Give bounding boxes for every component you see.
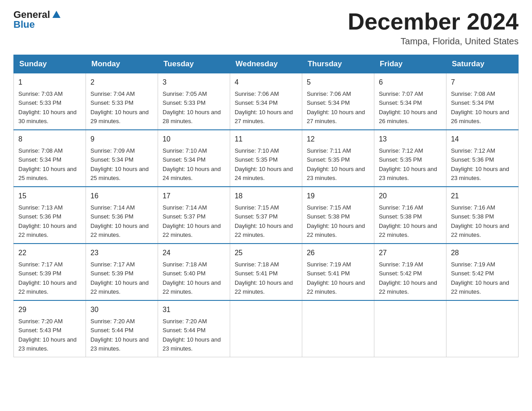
day-of-week-header: Friday: [374, 55, 446, 73]
day-info: Sunrise: 7:14 AMSunset: 5:37 PMDaylight:…: [163, 204, 221, 238]
day-info: Sunrise: 7:20 AMSunset: 5:43 PMDaylight:…: [18, 318, 77, 352]
day-info: Sunrise: 7:07 AMSunset: 5:34 PMDaylight:…: [379, 90, 437, 124]
day-number: 8: [18, 134, 81, 145]
day-info: Sunrise: 7:14 AMSunset: 5:36 PMDaylight:…: [90, 204, 149, 238]
calendar-day-cell: 3 Sunrise: 7:05 AMSunset: 5:33 PMDayligh…: [158, 73, 230, 130]
day-number: 22: [18, 248, 81, 258]
calendar-week-row: 1 Sunrise: 7:03 AMSunset: 5:33 PMDayligh…: [14, 73, 519, 130]
day-number: 14: [451, 134, 514, 145]
calendar-day-cell: 9 Sunrise: 7:09 AMSunset: 5:34 PMDayligh…: [86, 130, 158, 187]
day-number: 20: [379, 191, 442, 201]
calendar-day-cell: 17 Sunrise: 7:14 AMSunset: 5:37 PMDaylig…: [158, 187, 230, 244]
day-info: Sunrise: 7:19 AMSunset: 5:41 PMDaylight:…: [307, 261, 365, 295]
month-title: December 2024: [348, 9, 519, 34]
day-of-week-header: Monday: [86, 55, 158, 73]
day-number: 5: [307, 77, 369, 88]
day-number: 10: [163, 134, 225, 145]
calendar-day-cell: 4 Sunrise: 7:06 AMSunset: 5:34 PMDayligh…: [230, 73, 302, 130]
day-of-week-header: Wednesday: [230, 55, 302, 73]
day-number: 2: [90, 77, 153, 88]
day-info: Sunrise: 7:15 AMSunset: 5:37 PMDaylight:…: [235, 204, 293, 238]
day-info: Sunrise: 7:05 AMSunset: 5:33 PMDaylight:…: [163, 90, 221, 124]
day-info: Sunrise: 7:11 AMSunset: 5:35 PMDaylight:…: [307, 147, 365, 181]
day-info: Sunrise: 7:19 AMSunset: 5:42 PMDaylight:…: [451, 261, 509, 295]
calendar-week-row: 8 Sunrise: 7:08 AMSunset: 5:34 PMDayligh…: [14, 130, 519, 187]
day-number: 15: [18, 191, 81, 201]
logo-text-blue: Blue: [13, 19, 35, 30]
calendar-day-cell: 27 Sunrise: 7:19 AMSunset: 5:42 PMDaylig…: [374, 244, 446, 300]
calendar-day-cell: [446, 300, 518, 357]
day-info: Sunrise: 7:09 AMSunset: 5:34 PMDaylight:…: [90, 147, 149, 181]
day-info: Sunrise: 7:06 AMSunset: 5:34 PMDaylight:…: [307, 90, 365, 124]
calendar-day-cell: 24 Sunrise: 7:18 AMSunset: 5:40 PMDaylig…: [158, 244, 230, 300]
day-number: 23: [90, 248, 153, 258]
calendar-week-row: 22 Sunrise: 7:17 AMSunset: 5:39 PMDaylig…: [14, 244, 519, 300]
day-info: Sunrise: 7:12 AMSunset: 5:36 PMDaylight:…: [451, 147, 509, 181]
day-info: Sunrise: 7:20 AMSunset: 5:44 PMDaylight:…: [163, 318, 221, 352]
day-number: 13: [379, 134, 442, 145]
calendar-day-cell: 23 Sunrise: 7:17 AMSunset: 5:39 PMDaylig…: [86, 244, 158, 300]
calendar-table: SundayMondayTuesdayWednesdayThursdayFrid…: [13, 55, 519, 357]
day-info: Sunrise: 7:10 AMSunset: 5:34 PMDaylight:…: [163, 147, 221, 181]
calendar-day-cell: 7 Sunrise: 7:08 AMSunset: 5:34 PMDayligh…: [446, 73, 518, 130]
day-number: 7: [451, 77, 514, 88]
day-info: Sunrise: 7:04 AMSunset: 5:33 PMDaylight:…: [90, 90, 149, 124]
calendar-day-cell: 12 Sunrise: 7:11 AMSunset: 5:35 PMDaylig…: [302, 130, 374, 187]
day-info: Sunrise: 7:15 AMSunset: 5:38 PMDaylight:…: [307, 204, 365, 238]
day-number: 21: [451, 191, 514, 201]
calendar-day-cell: [230, 300, 302, 357]
day-number: 28: [451, 248, 514, 258]
calendar-day-cell: 31 Sunrise: 7:20 AMSunset: 5:44 PMDaylig…: [158, 300, 230, 357]
day-number: 12: [307, 134, 369, 145]
calendar-day-cell: 2 Sunrise: 7:04 AMSunset: 5:33 PMDayligh…: [86, 73, 158, 130]
calendar-day-cell: 14 Sunrise: 7:12 AMSunset: 5:36 PMDaylig…: [446, 130, 518, 187]
day-of-week-header: Sunday: [14, 55, 86, 73]
title-block: December 2024 Tampa, Florida, United Sta…: [348, 9, 519, 47]
calendar-day-cell: 25 Sunrise: 7:18 AMSunset: 5:41 PMDaylig…: [230, 244, 302, 300]
day-info: Sunrise: 7:06 AMSunset: 5:34 PMDaylight:…: [235, 90, 293, 124]
day-number: 18: [235, 191, 297, 201]
day-info: Sunrise: 7:12 AMSunset: 5:35 PMDaylight:…: [379, 147, 437, 181]
day-info: Sunrise: 7:17 AMSunset: 5:39 PMDaylight:…: [90, 261, 149, 295]
day-number: 30: [90, 304, 153, 315]
calendar-day-cell: 28 Sunrise: 7:19 AMSunset: 5:42 PMDaylig…: [446, 244, 518, 300]
calendar-day-cell: 6 Sunrise: 7:07 AMSunset: 5:34 PMDayligh…: [374, 73, 446, 130]
day-number: 24: [163, 248, 225, 258]
calendar-day-cell: 15 Sunrise: 7:13 AMSunset: 5:36 PMDaylig…: [14, 187, 86, 244]
day-info: Sunrise: 7:16 AMSunset: 5:38 PMDaylight:…: [451, 204, 509, 238]
day-number: 9: [90, 134, 153, 145]
day-info: Sunrise: 7:08 AMSunset: 5:34 PMDaylight:…: [451, 90, 509, 124]
day-of-week-header: Saturday: [446, 55, 518, 73]
page-header: General Blue December 2024 Tampa, Florid…: [13, 9, 519, 47]
day-info: Sunrise: 7:08 AMSunset: 5:34 PMDaylight:…: [18, 147, 77, 181]
day-number: 29: [18, 304, 81, 315]
day-info: Sunrise: 7:17 AMSunset: 5:39 PMDaylight:…: [18, 261, 77, 295]
calendar-day-cell: 21 Sunrise: 7:16 AMSunset: 5:38 PMDaylig…: [446, 187, 518, 244]
day-number: 11: [235, 134, 297, 145]
day-number: 1: [18, 77, 81, 88]
calendar-header-row: SundayMondayTuesdayWednesdayThursdayFrid…: [14, 55, 519, 73]
calendar-day-cell: [374, 300, 446, 357]
day-info: Sunrise: 7:18 AMSunset: 5:41 PMDaylight:…: [235, 261, 293, 295]
day-number: 27: [379, 248, 442, 258]
calendar-day-cell: 10 Sunrise: 7:10 AMSunset: 5:34 PMDaylig…: [158, 130, 230, 187]
calendar-day-cell: 16 Sunrise: 7:14 AMSunset: 5:36 PMDaylig…: [86, 187, 158, 244]
calendar-day-cell: 20 Sunrise: 7:16 AMSunset: 5:38 PMDaylig…: [374, 187, 446, 244]
calendar-day-cell: 1 Sunrise: 7:03 AMSunset: 5:33 PMDayligh…: [14, 73, 86, 130]
logo: General Blue: [13, 9, 61, 30]
calendar-day-cell: [302, 300, 374, 357]
day-number: 6: [379, 77, 442, 88]
day-of-week-header: Tuesday: [158, 55, 230, 73]
calendar-day-cell: 22 Sunrise: 7:17 AMSunset: 5:39 PMDaylig…: [14, 244, 86, 300]
day-number: 3: [163, 77, 225, 88]
day-number: 26: [307, 248, 369, 258]
day-number: 25: [235, 248, 297, 258]
calendar-week-row: 15 Sunrise: 7:13 AMSunset: 5:36 PMDaylig…: [14, 187, 519, 244]
calendar-day-cell: 26 Sunrise: 7:19 AMSunset: 5:41 PMDaylig…: [302, 244, 374, 300]
day-number: 19: [307, 191, 369, 201]
day-number: 16: [90, 191, 153, 201]
day-info: Sunrise: 7:18 AMSunset: 5:40 PMDaylight:…: [163, 261, 221, 295]
day-info: Sunrise: 7:20 AMSunset: 5:44 PMDaylight:…: [90, 318, 149, 352]
calendar-day-cell: 18 Sunrise: 7:15 AMSunset: 5:37 PMDaylig…: [230, 187, 302, 244]
logo-triangle-icon: [51, 10, 61, 20]
